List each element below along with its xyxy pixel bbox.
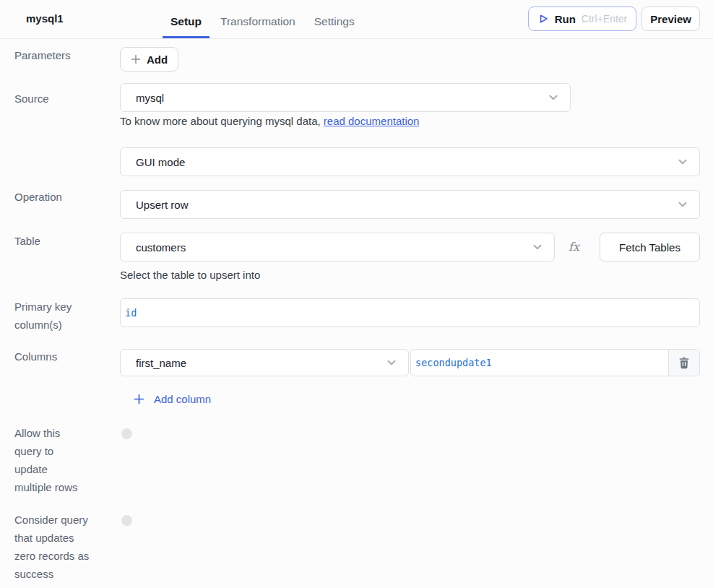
- primary-key-input[interactable]: id: [120, 298, 700, 327]
- zero-success-label: Consider query that updates zero records…: [14, 511, 105, 583]
- fx-toggle[interactable]: fx: [569, 241, 584, 254]
- allow-multiple-label-line4: multiple rows: [14, 478, 105, 496]
- operation-label: Operation: [14, 188, 105, 206]
- source-select[interactable]: mysql: [120, 83, 571, 112]
- query-name[interactable]: mysql1: [26, 12, 64, 25]
- primary-key-label: Primary key column(s): [14, 298, 105, 334]
- chevron-down-icon: [676, 198, 689, 211]
- trash-icon: [678, 356, 690, 370]
- zero-success-toggle[interactable]: [121, 515, 132, 526]
- query-editor-panel: mysql1 Setup Transformation Settings Run…: [0, 0, 713, 588]
- add-parameter-label: Add: [147, 53, 168, 66]
- source-label: Source: [14, 90, 105, 108]
- play-icon: [537, 13, 549, 25]
- tab-transformation[interactable]: Transformation: [212, 0, 303, 38]
- column-name-select[interactable]: first_name: [120, 349, 409, 376]
- allow-multiple-toggle[interactable]: [121, 428, 132, 439]
- add-parameter-button[interactable]: Add: [120, 47, 178, 72]
- preview-button[interactable]: Preview: [641, 7, 700, 31]
- columns-label: Columns: [14, 347, 105, 366]
- tab-settings[interactable]: Settings: [306, 0, 363, 38]
- mode-select-value: GUI mode: [136, 156, 185, 168]
- run-shortcut: Ctrl+Enter: [582, 13, 627, 25]
- primary-key-value: id: [125, 307, 137, 319]
- column-value-text: secondupdate1: [415, 357, 492, 368]
- run-button-label: Run: [555, 13, 576, 25]
- zero-success-label-line2: that updates: [14, 529, 105, 547]
- mode-select[interactable]: GUI mode: [120, 147, 700, 176]
- column-name-select-value: first_name: [136, 357, 186, 369]
- read-documentation-link[interactable]: read documentation: [324, 115, 420, 127]
- allow-multiple-label-line1: Allow this: [14, 424, 105, 442]
- chevron-down-icon: [676, 155, 689, 168]
- add-column-label: Add column: [154, 393, 211, 405]
- zero-success-label-line4: success: [14, 565, 105, 583]
- operation-select[interactable]: Upsert row: [120, 190, 700, 219]
- fetch-tables-button[interactable]: Fetch Tables: [600, 233, 700, 261]
- zero-success-label-line1: Consider query: [14, 511, 105, 529]
- source-helper: To know more about querying mysql data, …: [120, 113, 419, 129]
- tab-setup[interactable]: Setup: [163, 0, 209, 38]
- allow-multiple-label: Allow this query to update multiple rows: [14, 424, 105, 496]
- source-select-value: mysql: [136, 92, 164, 104]
- header-actions: Run Ctrl+Enter Preview: [528, 7, 700, 31]
- add-column-button[interactable]: Add column: [134, 393, 211, 405]
- plus-icon: [131, 54, 141, 64]
- table-select[interactable]: customers: [120, 233, 555, 261]
- parameters-label: Parameters: [14, 46, 105, 64]
- column-value-group: secondupdate1: [410, 349, 700, 376]
- run-button[interactable]: Run Ctrl+Enter: [528, 7, 637, 31]
- allow-multiple-label-line3: update: [14, 460, 105, 478]
- table-label: Table: [14, 232, 105, 250]
- plus-icon: [134, 394, 144, 405]
- chevron-down-icon: [531, 241, 544, 254]
- table-helper: Select the table to upsert into: [120, 267, 260, 282]
- tab-bar: Setup Transformation Settings: [163, 0, 366, 38]
- source-helper-text: To know more about querying mysql data,: [120, 115, 324, 127]
- delete-column-button[interactable]: [668, 350, 699, 376]
- chevron-down-icon: [547, 91, 560, 104]
- allow-multiple-label-line2: query to: [14, 442, 105, 460]
- chevron-down-icon: [385, 356, 398, 369]
- table-select-value: customers: [136, 241, 186, 254]
- primary-key-label-line2: column(s): [14, 316, 105, 334]
- column-value-input[interactable]: secondupdate1: [411, 350, 668, 376]
- primary-key-label-line1: Primary key: [14, 298, 105, 316]
- query-header: mysql1 Setup Transformation Settings Run…: [0, 0, 713, 39]
- zero-success-label-line3: zero records as: [14, 547, 105, 565]
- operation-select-value: Upsert row: [136, 199, 189, 211]
